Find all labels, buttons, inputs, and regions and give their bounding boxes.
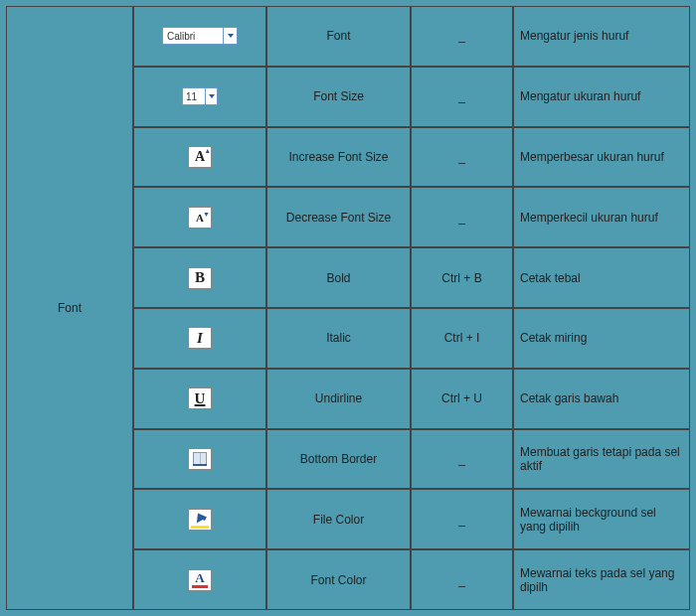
table-row: I Italic Ctrl + I Cetak miring <box>133 308 690 369</box>
description-text: Mengatur ukuran huruf <box>520 89 640 103</box>
desc-cell: Cetak garis bawah <box>513 369 690 429</box>
icon-cell: U <box>133 369 266 429</box>
name-cell: Decrease Font Size <box>266 187 411 247</box>
font-color-icon[interactable]: A <box>188 569 212 591</box>
chevron-down-icon <box>205 88 217 104</box>
table-row: B Bold Ctrl + B Cetak tebal <box>133 247 690 308</box>
font-select-dropdown[interactable]: Calibri <box>162 27 238 45</box>
description-text: Cetak miring <box>520 331 587 345</box>
desc-cell: Mengatur jenis huruf <box>513 6 690 67</box>
table-row: Bottom Border _ Membuat garis tetapi pad… <box>133 429 690 490</box>
shortcut-cell: _ <box>411 187 513 247</box>
desc-cell: Cetak tebal <box>513 247 690 308</box>
shortcut-text: Ctrl + U <box>441 391 482 405</box>
description-text: Mewarnai teks pada sel yang dipilh <box>520 566 683 594</box>
table-row: U Undirline Ctrl + U Cetak garis bawah <box>133 369 690 429</box>
description-text: Memperkecil ukuran huruf <box>520 211 658 225</box>
icon-cell: A▲ <box>133 127 266 188</box>
desc-cell: Mengatur ukuran huruf <box>513 67 690 127</box>
icon-cell <box>133 429 266 490</box>
shortcut-text: _ <box>458 29 465 43</box>
table-row: A Font Color _ Mewarnai teks pada sel ya… <box>133 549 690 610</box>
table-row: A▲ Increase Font Size _ Memperbesar ukur… <box>133 127 690 188</box>
icon-cell: B <box>133 247 266 308</box>
command-name: Bottom Border <box>300 452 377 466</box>
rows-container: Calibri Font _ Mengatur jenis huruf 11 F… <box>133 6 690 610</box>
desc-cell: Cetak miring <box>513 308 690 369</box>
name-cell: Undirline <box>266 369 411 429</box>
shortcut-cell: _ <box>411 489 513 549</box>
increase-font-icon[interactable]: A▲ <box>188 146 212 168</box>
description-text: Mengatur jenis huruf <box>520 29 628 43</box>
font-size-dropdown[interactable]: 11 <box>182 87 218 105</box>
font-select-value: Calibri <box>167 31 195 42</box>
table-row: Calibri Font _ Mengatur jenis huruf <box>133 6 690 67</box>
shortcut-cell: Ctrl + I <box>411 308 513 369</box>
table-row: File Color _ Mewarnai beckground sel yan… <box>133 489 690 549</box>
shortcut-cell: _ <box>411 549 513 610</box>
name-cell: Font Color <box>266 549 411 610</box>
command-name: Decrease Font Size <box>286 211 391 225</box>
icon-cell: 11 <box>133 67 266 127</box>
name-cell: Increase Font Size <box>266 127 411 188</box>
name-cell: Font Size <box>266 67 411 127</box>
description-text: Mewarnai beckground sel yang dipilih <box>520 506 683 534</box>
table-row: A▼ Decrease Font Size _ Memperkecil ukur… <box>133 187 690 247</box>
command-name: Font Color <box>310 573 366 587</box>
shortcut-text: _ <box>458 513 465 527</box>
command-name: File Color <box>313 513 364 527</box>
name-cell: Font <box>266 6 411 67</box>
name-cell: Italic <box>266 308 411 369</box>
shortcut-text: _ <box>458 211 465 225</box>
shortcut-text: _ <box>458 452 465 466</box>
font-size-value: 11 <box>186 91 197 102</box>
command-name: Font Size <box>313 89 364 103</box>
shortcut-cell: Ctrl + U <box>411 369 513 429</box>
desc-cell: Mewarnai teks pada sel yang dipilh <box>513 549 690 610</box>
shortcut-text: _ <box>458 150 465 164</box>
shortcut-text: _ <box>458 89 465 103</box>
italic-icon[interactable]: I <box>188 327 212 349</box>
bottom-border-icon[interactable] <box>188 448 212 470</box>
desc-cell: Membuat garis tetapi pada sel aktif <box>513 429 690 490</box>
description-text: Membuat garis tetapi pada sel aktif <box>520 445 683 473</box>
description-text: Cetak garis bawah <box>520 391 618 405</box>
shortcut-text: Ctrl + I <box>444 331 480 345</box>
decrease-font-icon[interactable]: A▼ <box>188 207 212 229</box>
group-header-cell: Font <box>6 6 133 610</box>
command-name: Increase Font Size <box>288 150 388 164</box>
group-label: Font <box>58 301 82 315</box>
command-name: Undirline <box>315 391 362 405</box>
shortcut-text: Ctrl + B <box>441 271 481 285</box>
bold-icon[interactable]: B <box>188 267 212 289</box>
desc-cell: Mewarnai beckground sel yang dipilih <box>513 489 690 549</box>
table-row: 11 Font Size _ Mengatur ukuran huruf <box>133 67 690 127</box>
command-name: Font <box>326 29 350 43</box>
underline-icon[interactable]: U <box>188 387 212 409</box>
command-name: Bold <box>326 271 350 285</box>
icon-cell: A▼ <box>133 187 266 247</box>
icon-cell <box>133 489 266 549</box>
shortcut-cell: Ctrl + B <box>411 247 513 308</box>
name-cell: Bottom Border <box>266 429 411 490</box>
fill-color-icon[interactable] <box>188 509 212 531</box>
shortcut-cell: _ <box>411 67 513 127</box>
desc-cell: Memperkecil ukuran huruf <box>513 187 690 247</box>
shortcut-cell: _ <box>411 6 513 67</box>
shortcut-text: _ <box>458 573 465 587</box>
description-text: Cetak tebal <box>520 271 581 285</box>
font-group-table: Font Calibri Font _ Mengatur jenis huruf… <box>6 6 690 610</box>
name-cell: File Color <box>266 489 411 549</box>
description-text: Memperbesar ukuran huruf <box>520 150 664 164</box>
desc-cell: Memperbesar ukuran huruf <box>513 127 690 188</box>
name-cell: Bold <box>266 247 411 308</box>
shortcut-cell: _ <box>411 429 513 490</box>
command-name: Italic <box>326 331 351 345</box>
icon-cell: Calibri <box>133 6 266 67</box>
icon-cell: I <box>133 308 266 369</box>
icon-cell: A <box>133 549 266 610</box>
shortcut-cell: _ <box>411 127 513 188</box>
chevron-down-icon <box>223 28 237 44</box>
